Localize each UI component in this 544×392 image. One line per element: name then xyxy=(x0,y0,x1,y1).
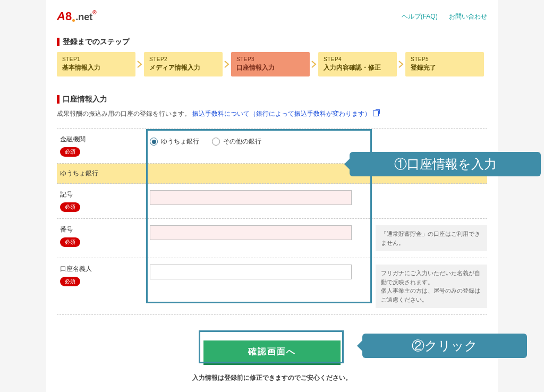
steps-heading: 登録までのステップ xyxy=(57,37,487,47)
confirm-button[interactable]: 確認画面へ xyxy=(203,340,341,365)
step-3: STEP3口座情報入力 xyxy=(231,52,310,76)
callout-enter-info: ①口座情報を入力 xyxy=(350,152,541,176)
bank-type-label: 金融機関 xyxy=(60,135,150,144)
section-description: 成果報酬の振込み用の口座の登録を行います。 振込手数料について（銀行によって振込… xyxy=(57,109,487,118)
steps-bar: STEP1基本情報入力STEP2メディア情報入力STEP3口座情報入力STEP4… xyxy=(57,52,487,76)
radio-icon xyxy=(150,138,158,146)
fee-info-link[interactable]: 振込手数料について（銀行によって振込手数料が変わります） xyxy=(192,110,379,117)
external-link-icon xyxy=(373,110,379,116)
step-4: STEP4入力内容確認・修正 xyxy=(318,52,397,76)
bango-label: 番号 xyxy=(60,225,150,234)
meigi-label: 口座名義人 xyxy=(60,265,150,274)
chevron-right-icon xyxy=(223,52,231,76)
bango-help: 「通常貯蓄貯金」の口座はご利用できません。 xyxy=(376,225,487,251)
required-badge: 必須 xyxy=(60,202,80,212)
required-badge: 必須 xyxy=(60,237,80,247)
kigo-label: 記号 xyxy=(60,190,150,199)
help-link[interactable]: ヘルプ(FAQ) xyxy=(402,13,438,20)
radio-icon xyxy=(212,138,220,146)
chevron-right-icon xyxy=(135,52,144,76)
meigi-input[interactable] xyxy=(150,265,352,279)
kigo-input[interactable] xyxy=(150,190,352,205)
required-badge: 必須 xyxy=(60,147,80,157)
brand-logo: A8.net® xyxy=(57,10,97,23)
required-badge: 必須 xyxy=(60,277,80,286)
bango-input[interactable] xyxy=(150,225,352,240)
callout-click: ②クリック xyxy=(362,334,527,358)
chevron-right-icon xyxy=(397,52,405,76)
radio-other-bank[interactable]: その他の銀行 xyxy=(212,137,261,146)
radio-yucho[interactable]: ゆうちょ銀行 xyxy=(150,137,199,146)
chevron-right-icon xyxy=(310,52,318,76)
step-5: STEP5登録完了 xyxy=(405,52,484,76)
contact-link[interactable]: お問い合わせ xyxy=(449,13,487,20)
meigi-help: フリガナにご入力いただいた名義が自動で反映されます。 個人事業主の方は、屋号のみ… xyxy=(376,265,487,308)
yucho-subheader: ゆうちょ銀行 xyxy=(60,169,150,178)
step-2: STEP2メディア情報入力 xyxy=(144,52,223,76)
step-1: STEP1基本情報入力 xyxy=(57,52,135,76)
submit-note: 入力情報は登録前に修正できますのでご安心ください。 xyxy=(57,373,487,382)
section-heading: 口座情報入力 xyxy=(57,95,487,104)
